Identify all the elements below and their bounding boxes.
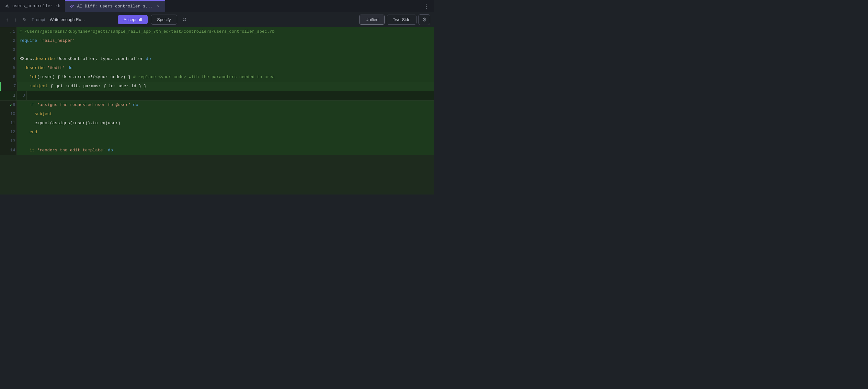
line-content: end [17, 128, 434, 137]
tab-file-label: users_controller.rb [12, 4, 60, 8]
code-line: 7 subject { get :edit, params: { id: use… [0, 82, 434, 91]
line-number: 2 [0, 36, 17, 46]
code-line: 18 [0, 91, 434, 101]
ai-diff-icon [69, 4, 74, 9]
line-content: it 'renders the edit template' do [17, 146, 434, 155]
line-number: 7 [1, 82, 18, 91]
tab-bar: users_controller.rb AI Diff: users_contr… [0, 0, 434, 12]
tabs-left: users_controller.rb AI Diff: users_contr… [0, 0, 165, 12]
line-content: RSpec.describe UsersController, type: :c… [17, 54, 434, 63]
code-line: 10 subject [0, 110, 434, 119]
line-content: require 'rails_helper' [17, 36, 434, 46]
line-content: subject { get :edit, params: { id: user.… [18, 82, 434, 91]
line-number: 13 [0, 137, 17, 146]
line-number: 3 [0, 46, 17, 54]
code-line: 13 [0, 137, 434, 146]
toolbar-nav: ↑ ↓ ✎ [4, 16, 29, 24]
tab-bar-right: ⋮ [423, 3, 434, 10]
line-content: describe '#edit' do [17, 63, 434, 73]
code-line: 4RSpec.describe UsersController, type: :… [0, 54, 434, 63]
toolbar-right: Unified Two-Side ⚙ [359, 14, 430, 25]
line-number: 1 [0, 91, 17, 100]
edit-button[interactable]: ✎ [21, 16, 29, 24]
prompt-label: Prompt: [32, 17, 46, 22]
tab-file[interactable]: users_controller.rb [0, 0, 65, 12]
toolbar: ↑ ↓ ✎ Prompt: Write enough Ru... Accept … [0, 12, 434, 27]
line-number: 5 [0, 63, 17, 73]
line-content: # /Users/jetbrains/RubymineProjects/samp… [17, 27, 434, 36]
tab-diff-label: AI Diff: users_controller_s... [77, 4, 153, 9]
line-content: subject [17, 110, 434, 119]
line-content [17, 46, 434, 54]
code-lines: ✓1# /Users/jetbrains/RubymineProjects/sa… [0, 27, 434, 155]
nav-up-button[interactable]: ↑ [4, 16, 10, 24]
refresh-button[interactable]: ↺ [180, 15, 188, 24]
line-number: 6 [0, 73, 17, 82]
code-line: 2require 'rails_helper' [0, 36, 434, 46]
code-line: ✓1# /Users/jetbrains/RubymineProjects/sa… [0, 27, 434, 36]
line-number: ✓1 [0, 27, 17, 36]
code-line: ✓9 it 'assigns the requested user to @us… [0, 101, 434, 110]
line-content: it 'assigns the requested user to @user'… [17, 101, 434, 110]
line-content: let(:user) { User.create!(<your code>) }… [17, 73, 434, 82]
line-content [17, 137, 434, 146]
accept-all-button[interactable]: Accept all [118, 15, 148, 24]
two-side-view-button[interactable]: Two-Side [387, 15, 416, 25]
code-line: 14 it 'renders the edit template' do [0, 146, 434, 155]
code-line: 12 end [0, 128, 434, 137]
line-number: 10 [0, 110, 17, 119]
prompt-text: Write enough Ru... [50, 17, 115, 22]
more-options-icon[interactable]: ⋮ [423, 3, 430, 10]
line-content: expect(assigns(:user)).to eq(user) [17, 119, 434, 128]
close-icon[interactable]: ✕ [155, 4, 161, 9]
specify-button[interactable]: Specify [151, 15, 177, 25]
gear-icon [4, 4, 10, 9]
settings-button[interactable]: ⚙ [418, 14, 430, 25]
code-line: 11 expect(assigns(:user)).to eq(user) [0, 119, 434, 128]
svg-point-0 [6, 5, 8, 7]
code-line: 3 [0, 46, 434, 54]
line-number: 14 [0, 146, 17, 155]
line-number: ✓9 [0, 101, 17, 110]
code-area: ✓1# /Users/jetbrains/RubymineProjects/sa… [0, 27, 434, 194]
tab-diff[interactable]: AI Diff: users_controller_s... ✕ [65, 0, 165, 12]
line-number: 11 [0, 119, 17, 128]
unified-view-button[interactable]: Unified [359, 15, 384, 25]
nav-down-button[interactable]: ↓ [12, 16, 19, 24]
code-line: 5 describe '#edit' do [0, 63, 434, 73]
line-number: 12 [0, 128, 17, 137]
code-line: 6 let(:user) { User.create!(<your code>)… [0, 73, 434, 82]
line-number: 4 [0, 54, 17, 63]
